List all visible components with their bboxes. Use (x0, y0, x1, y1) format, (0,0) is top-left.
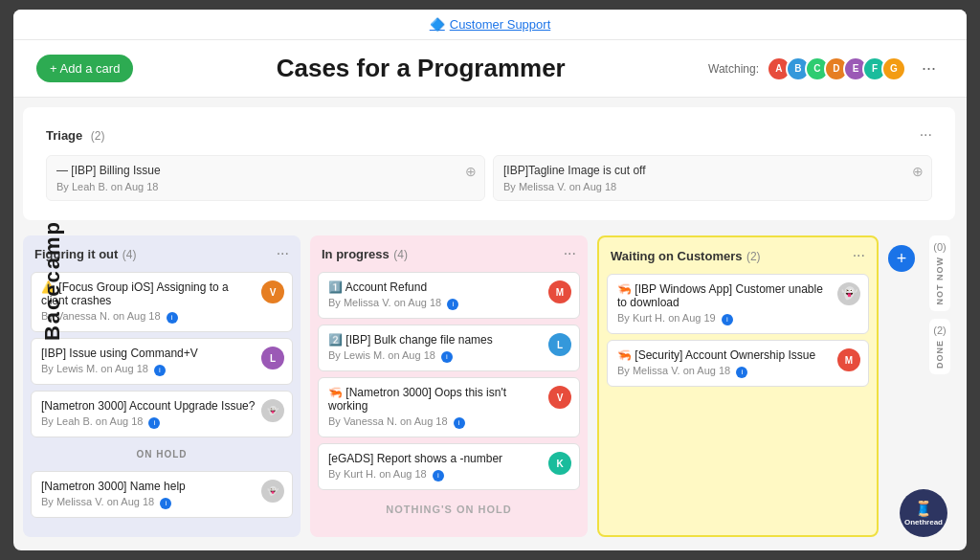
nav-title-text: Customer Support (450, 17, 551, 32)
waiting-card-2-avatar: M (837, 348, 860, 371)
page-title: Cases for a Programmer (133, 54, 708, 83)
done-label: DONE (935, 340, 945, 369)
triage-header: Triage (2) ··· (34, 117, 944, 149)
top-nav: 🔷 Customer Support (13, 10, 967, 40)
top-nav-title[interactable]: 🔷 Customer Support (430, 17, 551, 32)
inprogress-header: In progress (4) ··· (310, 235, 588, 268)
inprogress-card-3[interactable]: 🦐 [Nametron 3000] Oops this isn't workin… (318, 377, 580, 437)
watching-label: Watching: (708, 62, 759, 76)
figuring-card-3-meta: By Leah B. on Aug 18 i (41, 415, 282, 429)
on-hold-divider: ON HOLD (31, 443, 293, 465)
figuring-card-2-title: [IBP] Issue using Command+V (41, 347, 282, 360)
inprogress-card-2[interactable]: 2️⃣ [IBP] Bulk change file names By Lewi… (318, 325, 580, 371)
waiting-title: Waiting on Customers (611, 249, 742, 263)
inprogress-card-2-avatar: L (548, 333, 571, 356)
figuring-card-2[interactable]: [IBP] Issue using Command+V By Lewis M. … (31, 338, 293, 385)
figuring-card-2-avatar: L (261, 347, 284, 370)
board-content: Triage (2) ··· — [IBP] Billing Issue By … (13, 98, 967, 547)
waiting-header: Waiting on Customers (2) ··· (599, 237, 877, 270)
inprogress-cards: 1️⃣ Account Refund By Melissa V. on Aug … (310, 268, 588, 537)
info-dot: i (148, 417, 160, 429)
column-waiting: Waiting on Customers (2) ··· 🦐 [IBP Wind… (597, 235, 879, 537)
inprogress-card-1-avatar: M (548, 280, 571, 303)
waiting-card-1-meta: By Kurt H. on Aug 19 i (617, 312, 858, 325)
triage-section: Triage (2) ··· — [IBP] Billing Issue By … (23, 107, 955, 220)
inprogress-card-3-title: 🦐 [Nametron 3000] Oops this isn't workin… (328, 386, 569, 413)
info-dot: i (447, 299, 458, 310)
waiting-menu-button[interactable]: ··· (853, 247, 865, 264)
figuring-menu-button[interactable]: ··· (277, 245, 289, 262)
nothing-on-hold: NOTHING'S ON HOLD (318, 496, 580, 523)
triage-count: (2) (91, 129, 105, 143)
add-column-button[interactable]: + (888, 245, 915, 272)
columns-row: Figuring it out (4) ··· ⚠️ [Focus Group … (23, 235, 955, 537)
waiting-card-1-avatar: 👻 (837, 282, 860, 305)
column-inprogress: In progress (4) ··· 1️⃣ Account Refund B… (310, 235, 588, 537)
not-now-count: (0) (933, 241, 946, 253)
info-dot: i (441, 351, 453, 363)
waiting-card-2-title: 🦐 [Security] Account Ownership Issue (617, 348, 858, 362)
inprogress-menu-button[interactable]: ··· (564, 245, 576, 262)
figuring-card-4-title: [Nametron 3000] Name help (41, 480, 282, 493)
nav-icon: 🔷 (430, 17, 445, 32)
triage-card-1[interactable]: — [IBP] Billing Issue By Leah B. on Aug … (46, 155, 485, 201)
info-dot: i (154, 365, 166, 376)
inprogress-card-1[interactable]: 1️⃣ Account Refund By Melissa V. on Aug … (318, 272, 580, 319)
avatars-group: A B C D E F G (767, 56, 906, 81)
waiting-card-2-meta: By Melissa V. on Aug 18 i (617, 365, 858, 378)
info-dot: i (454, 417, 465, 429)
inprogress-card-4-title: [eGADS] Report shows a -number (328, 452, 569, 465)
figuring-card-1-title: ⚠️ [Focus Group iOS] Assigning to a clie… (41, 280, 282, 307)
app-label: Bacecamp (40, 219, 65, 340)
onethread-label: Onethread (904, 518, 943, 526)
figuring-card-2-meta: By Lewis M. on Aug 18 i (41, 363, 282, 376)
waiting-card-1[interactable]: 🦐 [IBP Windows App] Customer unable to d… (607, 274, 869, 334)
waiting-card-1-title: 🦐 [IBP Windows App] Customer unable to d… (617, 282, 858, 309)
inprogress-card-4[interactable]: [eGADS] Report shows a -number By Kurt H… (318, 443, 580, 490)
onethread-icon: 🧵 (914, 500, 933, 518)
done-count: (2) (933, 325, 946, 336)
figuring-card-4[interactable]: [Nametron 3000] Name help By Melissa V. … (31, 471, 293, 518)
triage-card-2-meta: By Melissa V. on Aug 18 (503, 181, 922, 192)
inprogress-card-4-avatar: K (548, 452, 571, 475)
triage-card-2-title: [IBP]Tagline Image is cut off (503, 164, 922, 177)
waiting-cards: 🦐 [IBP Windows App] Customer unable to d… (599, 270, 877, 535)
info-dot: i (167, 312, 178, 324)
inprogress-card-2-title: 2️⃣ [IBP] Bulk change file names (328, 333, 569, 347)
inprogress-card-4-meta: By Kurt H. on Aug 18 i (328, 468, 569, 482)
inprogress-title: In progress (322, 247, 390, 261)
page-header: + Add a card Cases for a Programmer Watc… (13, 40, 967, 98)
inprogress-card-3-meta: By Vanessa N. on Aug 18 i (328, 415, 569, 429)
watching-section: Watching: A B C D E F G ··· (708, 55, 944, 82)
main-container: Bacecamp 🔷 Customer Support + Add a card… (13, 10, 967, 550)
figuring-card-1-meta: By Vanessa N. on Aug 18 i (41, 310, 282, 324)
triage-card-2[interactable]: [IBP]Tagline Image is cut off By Melissa… (493, 155, 932, 201)
triage-card-2-add[interactable]: ⊕ (912, 164, 924, 179)
inprogress-card-3-avatar: V (548, 386, 571, 409)
waiting-count: (2) (746, 250, 761, 263)
figuring-card-1[interactable]: ⚠️ [Focus Group iOS] Assigning to a clie… (31, 272, 293, 332)
figuring-card-1-avatar: V (261, 280, 284, 303)
figuring-card-4-meta: By Melissa V. on Aug 18 i (41, 496, 282, 509)
avatar: G (881, 56, 906, 81)
figuring-card-3-avatar: 👻 (261, 399, 284, 422)
add-card-button[interactable]: + Add a card (36, 55, 133, 82)
triage-menu-button[interactable]: ··· (920, 126, 932, 144)
figuring-card-3[interactable]: [Nametron 3000] Account Upgrade Issue? B… (31, 391, 293, 437)
done-section[interactable]: (2) DONE (929, 319, 949, 374)
figuring-count: (4) (122, 248, 137, 261)
triage-card-1-add[interactable]: ⊕ (465, 164, 477, 179)
info-dot: i (433, 470, 444, 482)
not-now-label: NOT NOW (935, 257, 945, 305)
inprogress-card-1-title: 1️⃣ Account Refund (328, 280, 569, 294)
info-dot: i (160, 498, 171, 509)
more-options-button[interactable]: ··· (914, 55, 944, 82)
triage-card-1-meta: By Leah B. on Aug 18 (56, 181, 475, 192)
figuring-card-3-title: [Nametron 3000] Account Upgrade Issue? (41, 399, 282, 413)
waiting-card-2[interactable]: 🦐 [Security] Account Ownership Issue By … (607, 340, 869, 387)
onethread-badge[interactable]: 🧵 Onethread (900, 489, 947, 537)
triage-card-1-title: — [IBP] Billing Issue (56, 164, 475, 177)
info-dot: i (736, 367, 747, 378)
not-now-section[interactable]: (0) NOT NOW (929, 235, 949, 311)
triage-cards-row: — [IBP] Billing Issue By Leah B. on Aug … (34, 149, 944, 211)
